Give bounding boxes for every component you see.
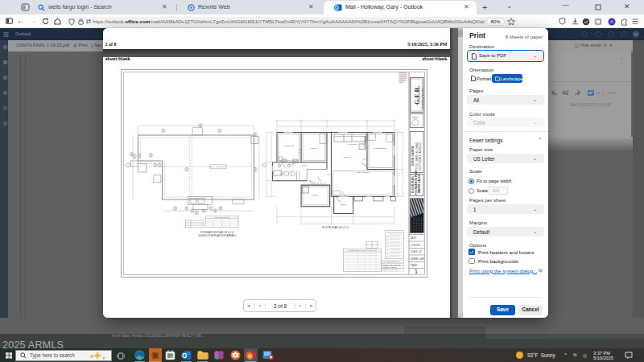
svg-text:M. BEDROOM: M. BEDROOM — [374, 147, 386, 150]
svg-text:AMERICAN HOME DESIGN LLC: AMERICAN HOME DESIGN LLC — [423, 207, 424, 231]
svg-text:SCOTTSDALE, AZ 85262: SCOTTSDALE, AZ 85262 — [419, 142, 422, 171]
svg-text:(USE FLOOR PLAN FOR AREAS.): (USE FLOOR PLAN FOR AREAS.) — [199, 234, 237, 237]
svg-text:FIXTURE COUNT CALCULATION CHAR: FIXTURE COUNT CALCULATION CHART — [348, 249, 378, 251]
svg-text:WATER CALCS: WATER CALCS — [418, 174, 421, 192]
svg-text:LNDRY: LNDRY — [341, 204, 347, 206]
svg-text:IMPORTANT CONTACT: IMPORTANT CONTACT — [386, 231, 403, 232]
svg-text:FLOOR PLAN 1/4"=1'-0": FLOOR PLAN 1/4"=1'-0" — [322, 225, 349, 228]
svg-text:BED 2: BED 2 — [312, 194, 319, 196]
svg-text:1/19/2023: 1/19/2023 — [411, 243, 420, 246]
svg-text:G.E.R.: G.E.R. — [414, 85, 421, 104]
svg-text:SCALE: 1/4": SCALE: 1/4" — [411, 250, 423, 253]
svg-text:1: 1 — [415, 269, 418, 274]
svg-text:DATE:: DATE: — [411, 237, 417, 240]
svg-text:FTG + MONO SLAB: FTG + MONO SLAB — [209, 166, 227, 168]
svg-text:STORAGE: STORAGE — [284, 145, 294, 147]
svg-text:DUNN CASITA: DUNN CASITA — [411, 146, 415, 166]
svg-text:KITCHEN: KITCHEN — [349, 142, 357, 145]
svg-text:DRAWN: GER: DRAWN: GER — [411, 257, 424, 260]
svg-text:Consulting Services: Consulting Services — [421, 87, 424, 109]
svg-text:FOUNDATION PLAN 1/4"=1'-0": FOUNDATION PLAN 1/4"=1'-0" — [200, 230, 234, 233]
svg-text:GREAT ROOM: GREAT ROOM — [357, 171, 369, 174]
svg-text:SHEET:: SHEET: — [411, 264, 418, 267]
svg-text:7973 E. SAND HILLS AVE: 7973 E. SAND HILLS AVE — [415, 142, 419, 170]
svg-text:DINING: DINING — [344, 156, 351, 158]
svg-text:TOTAL: 1,349 S.F.: TOTAL: 1,349 S.F. — [383, 269, 399, 271]
svg-text:HG: HG — [634, 33, 638, 36]
svg-text:BED 3: BED 3 — [312, 147, 318, 150]
svg-text:FOOTING SCHEDULE: FOOTING SCHEDULE — [214, 216, 229, 218]
